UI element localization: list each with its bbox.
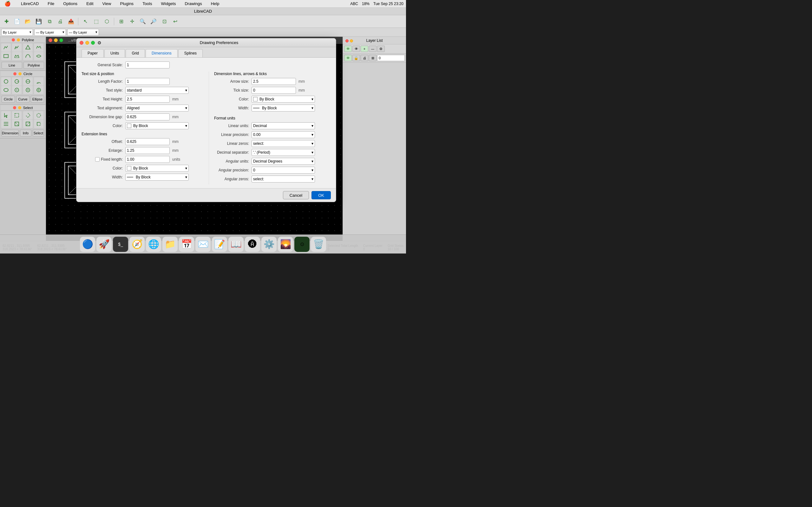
ellipse-btn[interactable]: Ellipse: [31, 96, 44, 103]
angular-precision-select[interactable]: 0 ▾: [252, 167, 315, 174]
select-tool-8[interactable]: [34, 120, 44, 128]
circle-tool-5[interactable]: [1, 86, 11, 94]
circle-close-btn[interactable]: [13, 72, 16, 75]
fixed-length-input[interactable]: ▲ ▼: [125, 156, 170, 163]
text-align-select[interactable]: Aligned ▾: [125, 105, 189, 112]
dock-terminal[interactable]: $_: [113, 237, 128, 252]
layer-settings-icon[interactable]: ⚙: [377, 46, 385, 52]
circle-tool-8[interactable]: [34, 86, 44, 94]
cad-minimize-btn[interactable]: [54, 38, 58, 42]
dock-rocket[interactable]: 🚀: [96, 237, 112, 252]
polyline-tool-1[interactable]: [1, 43, 11, 52]
dock-calendar[interactable]: 📅: [179, 237, 194, 252]
polyline-tool-5[interactable]: [1, 52, 11, 60]
select-btn[interactable]: ↖: [80, 17, 90, 26]
menu-edit[interactable]: Edit: [84, 1, 95, 7]
polyline-tool-2[interactable]: [12, 43, 21, 52]
dim-line-gap-input[interactable]: ▲ ▼: [125, 113, 170, 120]
select-tool-6[interactable]: [12, 120, 21, 128]
dialog-close-btn[interactable]: [80, 41, 84, 45]
layer-print-icon[interactable]: 🖨: [361, 55, 368, 61]
decimal-sep-select[interactable]: '.' (Period) ▾: [252, 149, 315, 156]
dock-trash[interactable]: 🗑️: [311, 237, 326, 252]
dim-width-select[interactable]: By Block ▾: [252, 105, 315, 112]
select-min-btn[interactable]: [18, 106, 21, 109]
select-poly-btn[interactable]: ⬡: [102, 17, 112, 26]
menu-view[interactable]: View: [101, 1, 113, 7]
circle-tool-3[interactable]: [23, 77, 33, 86]
select-tool-4[interactable]: [34, 111, 44, 119]
dock-finder2[interactable]: 📁: [162, 237, 177, 252]
polyline-tool-6[interactable]: [12, 52, 21, 60]
select-tool-7[interactable]: [23, 120, 33, 128]
polyline-tool-7[interactable]: [23, 52, 33, 60]
circle-tool-7[interactable]: [23, 86, 33, 94]
dialog-min-btn[interactable]: [85, 41, 89, 45]
polyline-tool-3[interactable]: [23, 43, 33, 52]
angular-zeros-select[interactable]: select: ▾: [252, 176, 315, 182]
offset-field[interactable]: [125, 138, 170, 145]
cad-maximize-btn[interactable]: [59, 38, 63, 42]
polyline-tool-4[interactable]: [34, 43, 44, 52]
curve-btn[interactable]: Curve: [16, 96, 30, 103]
menu-help[interactable]: Help: [209, 1, 221, 7]
layer-list-close[interactable]: [345, 39, 349, 43]
layer-list-min[interactable]: [350, 39, 353, 43]
select-tool-1[interactable]: [1, 111, 11, 119]
cancel-button[interactable]: Cancel: [283, 191, 309, 199]
polyline-close-btn[interactable]: [12, 38, 15, 42]
ext-color-select[interactable]: By Block ▾: [125, 165, 189, 172]
ok-button[interactable]: OK: [311, 191, 331, 199]
info-btn[interactable]: Info: [20, 130, 32, 136]
menu-options[interactable]: Options: [61, 1, 79, 7]
open-btn[interactable]: 📂: [23, 17, 33, 26]
color-select[interactable]: By Block ▾: [125, 122, 189, 129]
tab-paper[interactable]: Paper: [82, 49, 104, 57]
layer-remove-icon[interactable]: —: [369, 46, 376, 52]
polyline-min-btn[interactable]: [17, 38, 20, 42]
enlarge-input[interactable]: ▲ ▼: [125, 147, 170, 154]
circle-tool-6[interactable]: [12, 86, 21, 94]
tab-grid[interactable]: Grid: [125, 49, 145, 57]
polyline-btn[interactable]: Polyline: [23, 62, 44, 69]
layer-hide-icon[interactable]: 👁: [352, 46, 360, 52]
circle-btn[interactable]: Circle: [2, 96, 15, 103]
layer-width-select[interactable]: — By Layer ▾: [67, 29, 99, 36]
dock-appstore[interactable]: 🅐: [245, 237, 260, 252]
offset-input[interactable]: ▲ ▼: [125, 138, 170, 145]
zoom-prev-btn[interactable]: ↩: [170, 17, 180, 26]
layer-visible-icon[interactable]: 👁: [344, 46, 352, 52]
arrow-size-input[interactable]: ▲ ▼: [252, 78, 296, 85]
tab-dimensions[interactable]: Dimensions: [146, 49, 177, 57]
general-scale-input[interactable]: ▲ ▼: [125, 61, 170, 68]
dock-notes[interactable]: 📝: [212, 237, 227, 252]
circle-tool-1[interactable]: [1, 77, 11, 86]
select-tool-3[interactable]: [23, 111, 33, 119]
dimension-btn[interactable]: Dimension: [2, 130, 19, 136]
cad-close-btn[interactable]: [49, 38, 52, 42]
layer-lock-icon[interactable]: 🔒: [352, 55, 360, 61]
menu-file[interactable]: File: [46, 1, 56, 7]
text-height-input[interactable]: ▲ ▼: [125, 96, 170, 103]
layer-visible2-icon[interactable]: 👁: [344, 55, 352, 61]
menu-drawings[interactable]: Drawings: [183, 1, 204, 7]
dim-line-gap-field[interactable]: [125, 114, 170, 120]
general-scale-field[interactable]: [125, 62, 170, 68]
ext-width-select[interactable]: By Block ▾: [125, 174, 189, 181]
tab-units[interactable]: Units: [104, 49, 125, 57]
length-factor-input[interactable]: ▲ ▼: [125, 78, 170, 85]
circle-min-btn[interactable]: [18, 72, 21, 75]
menu-widgets[interactable]: Widgets: [159, 1, 177, 7]
zoom-out-btn[interactable]: 🔎: [148, 17, 159, 26]
layer-line-select[interactable]: — By Layer ▾: [34, 29, 66, 36]
tick-size-field[interactable]: [252, 87, 296, 94]
layer-color-select[interactable]: By Layer ▾: [1, 29, 33, 36]
save-btn[interactable]: 💾: [34, 17, 44, 26]
line-btn[interactable]: Line: [2, 62, 22, 69]
length-factor-field[interactable]: [125, 78, 170, 84]
linear-precision-select[interactable]: 0.00 ▾: [252, 131, 315, 138]
fixed-length-field[interactable]: [125, 156, 170, 163]
arrow-size-field[interactable]: [252, 78, 296, 84]
text-style-select[interactable]: standard ▾: [125, 87, 189, 94]
tab-splines[interactable]: Splines: [178, 49, 203, 57]
